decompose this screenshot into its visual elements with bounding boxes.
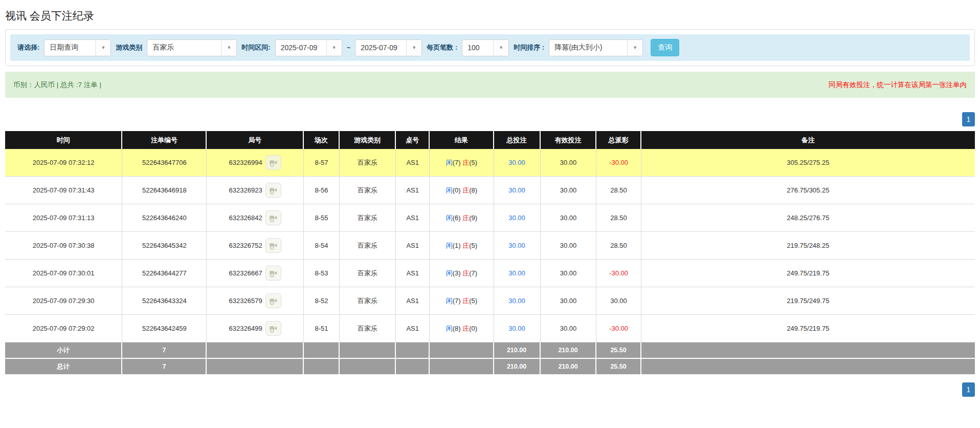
total-bet-link[interactable]: 30.00 xyxy=(508,297,525,305)
game-cell: 百家乐 xyxy=(340,204,396,232)
table-no-cell: AS1 xyxy=(396,204,430,232)
query-type-label: 请选择: xyxy=(17,43,39,52)
note-cell: 276.75/305.25 xyxy=(641,177,975,204)
subtotal-total-bet: 210.00 xyxy=(494,343,541,359)
result-banker-label: 庄 xyxy=(462,325,469,332)
page-1-button[interactable]: 1 xyxy=(962,382,975,397)
total-bet-cell: 30.00 xyxy=(494,204,541,232)
total-bet-cell: 30.00 xyxy=(494,260,541,287)
game-type-select[interactable]: 百家乐 ▼ xyxy=(147,39,237,56)
total-valid-bet: 210.00 xyxy=(541,359,597,375)
note-cell: 219.75/249.75 xyxy=(641,287,975,315)
total-bet-link[interactable]: 30.00 xyxy=(508,186,525,194)
bet-id-cell: 522643647706 xyxy=(122,149,207,177)
video-replay-button[interactable] xyxy=(265,210,281,225)
total-bet-cell: 30.00 xyxy=(494,232,541,260)
time-range-label: 时间区间: xyxy=(241,43,270,52)
round-id-cell: 632326752 xyxy=(207,232,304,260)
time-sort-select[interactable]: 降冪(由大到小) ▼ xyxy=(549,39,643,56)
total-bet-link[interactable]: 30.00 xyxy=(508,242,525,249)
page: 视讯 会员下注纪录 请选择: 日期查询 ▼ 游戏类别 百家乐 ▼ 时间区间: 2… xyxy=(0,0,980,397)
total-bet-cell: 30.00 xyxy=(494,149,541,177)
chevron-down-icon[interactable]: ▼ xyxy=(95,40,110,56)
time-sort-label: 时间排序 : xyxy=(514,43,544,52)
chevron-down-icon[interactable]: ▼ xyxy=(221,40,236,56)
video-replay-icon xyxy=(269,186,278,195)
round-id-cell: 632326579 xyxy=(207,287,304,315)
chevron-down-icon[interactable]: ▼ xyxy=(406,40,421,56)
total-count: 7 xyxy=(122,359,207,375)
payout-cell: 28.50 xyxy=(596,204,641,232)
session-cell: 8-52 xyxy=(304,287,340,315)
session-cell: 8-55 xyxy=(304,204,340,232)
time-cell: 2025-07-09 07:30:38 xyxy=(5,232,122,260)
col-header-total-bet: 总投注 xyxy=(494,131,541,149)
video-replay-button[interactable] xyxy=(265,183,281,198)
game-cell: 百家乐 xyxy=(340,149,396,177)
result-banker-label: 庄 xyxy=(462,186,469,194)
chevron-down-icon[interactable]: ▼ xyxy=(627,40,642,56)
total-total-bet: 210.00 xyxy=(494,359,541,375)
video-replay-button[interactable] xyxy=(265,293,281,308)
result-banker-label: 庄 xyxy=(462,159,469,166)
table-row: 2025-07-09 07:31:43 522643646918 6323269… xyxy=(5,177,975,204)
round-id-cell: 632326923 xyxy=(207,177,304,204)
result-player-label: 闲 xyxy=(446,159,453,166)
per-page-select[interactable]: 100 ▼ xyxy=(462,39,509,56)
table-no-cell: AS1 xyxy=(396,287,430,315)
page-title: 视讯 会员下注纪录 xyxy=(5,0,975,29)
date-from-select[interactable]: 2025-07-09 ▼ xyxy=(275,39,342,56)
date-to-value: 2025-07-09 xyxy=(355,40,406,56)
result-banker-label: 庄 xyxy=(462,242,469,249)
per-page-value: 100 xyxy=(462,40,493,56)
result-player-value: (3) xyxy=(453,269,461,277)
video-replay-button[interactable] xyxy=(265,266,281,281)
result-cell: 闲(7) 庄(5) xyxy=(430,149,494,177)
video-replay-button[interactable] xyxy=(265,321,281,336)
total-bet-link[interactable]: 30.00 xyxy=(508,269,525,277)
bet-id-cell: 522643646918 xyxy=(122,177,207,204)
date-to-select[interactable]: 2025-07-09 ▼ xyxy=(355,39,422,56)
round-id-text: 632326994 xyxy=(229,159,262,166)
table-no-cell: AS1 xyxy=(396,232,430,260)
video-replay-icon xyxy=(269,324,278,333)
result-player-label: 闲 xyxy=(446,325,453,332)
video-replay-icon xyxy=(269,241,278,250)
note-cell: 248.25/276.75 xyxy=(641,204,975,232)
note-cell: 249.75/219.75 xyxy=(641,260,975,287)
chevron-down-icon[interactable]: ▼ xyxy=(326,40,342,56)
currency-summary: 币别：人民币 | 总共 :7 注单 | xyxy=(13,80,101,90)
result-player-value: (7) xyxy=(453,159,461,166)
result-player-value: (7) xyxy=(453,297,461,305)
payout-cell: 28.50 xyxy=(596,232,641,260)
col-header-payout: 总派彩 xyxy=(596,131,641,149)
search-button[interactable]: 查询 xyxy=(651,39,679,56)
range-separator: ~ xyxy=(347,44,351,52)
result-banker-label: 庄 xyxy=(462,269,469,277)
result-banker-label: 庄 xyxy=(462,297,469,305)
time-sort-value: 降冪(由大到小) xyxy=(549,40,627,56)
summary-bar: 币别：人民币 | 总共 :7 注单 | 同局有效投注，统一计算在该局第一张注单内 xyxy=(5,72,975,98)
time-cell: 2025-07-09 07:29:30 xyxy=(5,287,122,315)
chevron-down-icon[interactable]: ▼ xyxy=(493,40,508,56)
valid-bet-cell: 30.00 xyxy=(541,177,597,204)
subtotal-count: 7 xyxy=(122,343,207,359)
round-id-text: 632326579 xyxy=(229,297,262,305)
total-bet-link[interactable]: 30.00 xyxy=(508,214,525,222)
col-header-result: 结果 xyxy=(430,131,494,149)
col-header-valid-bet: 有效投注 xyxy=(541,131,597,149)
note-cell: 305.25/275.25 xyxy=(641,149,975,177)
bet-id-cell: 522643646240 xyxy=(122,204,207,232)
video-replay-button[interactable] xyxy=(265,238,281,253)
subtotal-label: 小计 xyxy=(5,343,122,359)
result-banker-value: (8) xyxy=(469,186,477,194)
game-cell: 百家乐 xyxy=(340,287,396,315)
total-bet-link[interactable]: 30.00 xyxy=(508,325,525,332)
page-1-button[interactable]: 1 xyxy=(962,112,975,126)
subtotal-valid-bet: 210.00 xyxy=(541,343,597,359)
video-replay-icon xyxy=(269,269,278,277)
valid-bet-cell: 30.00 xyxy=(541,149,597,177)
total-bet-link[interactable]: 30.00 xyxy=(508,159,525,166)
query-type-select[interactable]: 日期查询 ▼ xyxy=(44,39,111,56)
video-replay-button[interactable] xyxy=(265,155,281,170)
